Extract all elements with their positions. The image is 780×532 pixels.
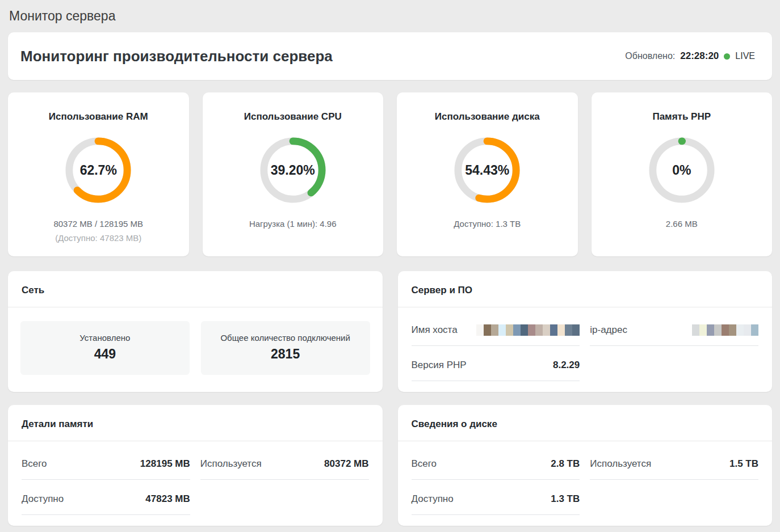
disk-usage-card: Использование диска 54.43% Доступно: 1.3…	[397, 92, 578, 256]
live-label: LIVE	[735, 51, 755, 61]
disk-available-row: Доступно 1.3 TB	[412, 480, 580, 515]
network-stats: Установлено 449 Общее количество подключ…	[8, 307, 383, 389]
server-info-rows: Имя хоста ip-адрес Версия PHP 8.2.29	[398, 307, 773, 386]
disk-details-panel: Сведения о диске Всего 2.8 TB Использует…	[398, 405, 773, 526]
live-indicator-icon	[724, 53, 730, 60]
php-memory-card: Память PHP 0% 2.66 MB	[592, 92, 773, 256]
row-label: Используется	[590, 458, 651, 470]
memory-total-row: Всего 128195 MB	[22, 445, 190, 480]
ip-address-label: ip-адрес	[590, 324, 627, 336]
memory-info-rows: Всего 128195 MB Используется 80372 MB До…	[8, 441, 383, 520]
disk-gauge-subtext: Доступно: 1.3 TB	[454, 219, 521, 229]
updated-time: 22:28:20	[680, 50, 719, 62]
disk-info-rows: Всего 2.8 TB Используется 1.5 TB Доступн…	[398, 441, 773, 520]
empty-cell	[590, 346, 758, 381]
ram-gauge-value: 62.7%	[65, 137, 132, 204]
dashboard-title: Мониторинг производительности сервера	[20, 48, 333, 65]
ram-gauge-subtext: 80372 MB / 128195 MB	[53, 219, 143, 229]
dashboard-page: Монитор сервера Мониторинг производитель…	[0, 0, 780, 526]
hostname-redacted-value	[476, 324, 580, 336]
stat-label: Общее количество подключений	[207, 333, 364, 343]
hostname-label: Имя хоста	[412, 324, 458, 336]
row-label: Всего	[22, 458, 47, 470]
ip-redacted-value	[692, 324, 758, 336]
cpu-gauge-value: 39.20%	[259, 137, 326, 204]
php-gauge-value: 0%	[648, 137, 715, 204]
disk-used-row: Используется 1.5 TB	[590, 445, 758, 480]
ram-gauge: 62.7%	[65, 137, 132, 204]
row-value: 80372 MB	[324, 458, 368, 470]
disk-total-row: Всего 2.8 TB	[412, 445, 580, 480]
php-gauge-subtext: 2.66 MB	[666, 219, 698, 229]
cpu-gauge: 39.20%	[259, 137, 326, 204]
updated-label: Обновлено:	[625, 51, 675, 61]
cpu-gauge-subtext: Нагрузка (1 мин): 4.96	[249, 219, 337, 229]
server-panel-title: Сервер и ПО	[398, 271, 773, 307]
row-label: Всего	[412, 458, 437, 470]
memory-used-row: Используется 80372 MB	[200, 445, 369, 480]
server-software-panel: Сервер и ПО Имя хоста ip-адрес Версия PH…	[398, 271, 773, 392]
row-value: 128195 MB	[140, 458, 190, 470]
row-label: Используется	[200, 458, 262, 470]
page-title: Монитор сервера	[8, 0, 772, 32]
disk-gauge-value: 54.43%	[454, 137, 521, 204]
disk-gauge: 54.43%	[454, 137, 521, 204]
ram-gauge-subtext-2: (Доступно: 47823 MB)	[55, 233, 141, 243]
stat-value: 2815	[207, 347, 364, 362]
middle-panels-row: Сеть Установлено 449 Общее количество по…	[8, 271, 772, 392]
php-version-value: 8.2.29	[553, 360, 580, 371]
gauge-cards-row: Использование RAM 62.7% 80372 MB / 12819…	[8, 92, 772, 256]
row-value: 1.5 TB	[729, 458, 758, 470]
php-card-title: Память PHP	[652, 111, 711, 123]
dashboard-header-card: Мониторинг производительности сервера Об…	[8, 32, 772, 80]
cpu-card-title: Использование CPU	[244, 111, 342, 123]
network-panel: Сеть Установлено 449 Общее количество по…	[8, 271, 383, 392]
ram-usage-card: Использование RAM 62.7% 80372 MB / 12819…	[8, 92, 189, 256]
updated-status: Обновлено: 22:28:20 LIVE	[625, 50, 755, 62]
row-label: Доступно	[22, 493, 64, 505]
hostname-row: Имя хоста	[412, 311, 580, 346]
php-version-row: Версия PHP 8.2.29	[412, 346, 580, 381]
row-value: 2.8 TB	[551, 458, 580, 470]
established-connections-stat: Установлено 449	[20, 321, 190, 375]
stat-label: Установлено	[26, 333, 184, 343]
network-panel-title: Сеть	[8, 271, 383, 307]
php-version-label: Версия PHP	[412, 360, 467, 371]
ram-card-title: Использование RAM	[49, 111, 148, 123]
memory-details-panel: Детали памяти Всего 128195 MB Использует…	[8, 405, 383, 526]
empty-cell	[200, 480, 369, 515]
disk-card-title: Использование диска	[435, 111, 540, 123]
memory-available-row: Доступно 47823 MB	[22, 480, 190, 515]
bottom-panels-row: Детали памяти Всего 128195 MB Использует…	[8, 405, 772, 526]
empty-cell	[590, 480, 758, 515]
memory-panel-title: Детали памяти	[8, 405, 383, 441]
row-value: 1.3 TB	[551, 493, 580, 505]
ip-address-row: ip-адрес	[590, 311, 758, 346]
php-memory-gauge: 0%	[648, 137, 715, 204]
row-value: 47823 MB	[145, 493, 190, 505]
disk-panel-title: Сведения о диске	[398, 405, 773, 441]
row-label: Доступно	[412, 493, 454, 505]
cpu-usage-card: Использование CPU 39.20% Нагрузка (1 мин…	[203, 92, 384, 256]
total-connections-stat: Общее количество подключений 2815	[201, 321, 370, 375]
stat-value: 449	[26, 347, 184, 362]
